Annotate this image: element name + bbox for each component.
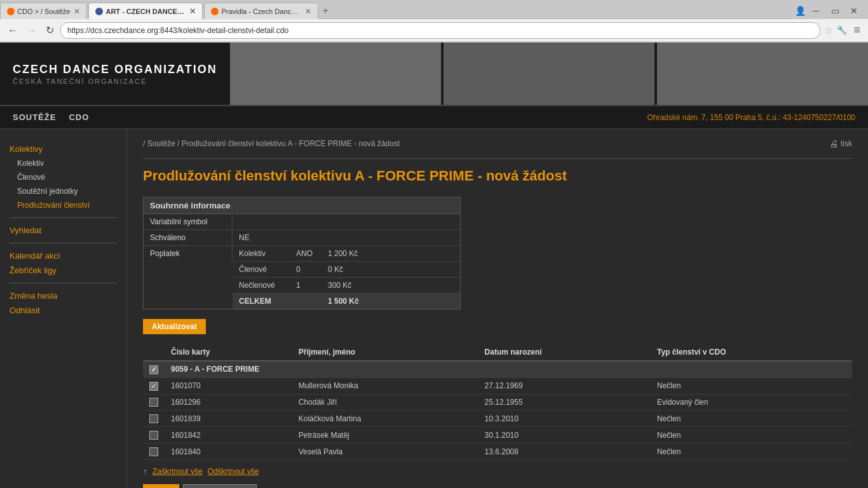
sidebar-item-clenove[interactable]: Členové — [10, 170, 117, 184]
table-row: 1601840 Veselá Pavla 13.6.2008 Nečlen — [143, 444, 852, 460]
member-2-card: 1601296 — [165, 394, 292, 410]
approved-value: NE — [233, 230, 256, 245]
forward-nav-button[interactable]: → — [24, 24, 39, 37]
header-image-1 — [230, 43, 441, 105]
minimize-button[interactable]: ─ — [807, 2, 825, 20]
variable-symbol-label: Variabilní symbol — [144, 214, 233, 229]
tab-close-1[interactable]: ✕ — [74, 7, 80, 16]
member-4-card: 1601842 — [165, 427, 292, 444]
sidebar-item-kolektivy[interactable]: Kolektivy — [10, 142, 117, 156]
select-all-arrow-icon: ↑ — [143, 466, 147, 477]
back-nav-button[interactable]: ← — [5, 24, 20, 37]
member-4-type: Nečlen — [651, 427, 852, 444]
member-1-card: 1601070 — [165, 377, 292, 394]
group-row: 9059 - A - FORCE PRIME — [143, 361, 852, 377]
col-name: Příjmení, jméno — [292, 344, 478, 361]
member-2-name: Chodák Jiří — [292, 394, 478, 410]
table-row: 1601842 Petrásek Matěj 30.1.2010 Nečlen — [143, 427, 852, 444]
maximize-button[interactable]: ▭ — [826, 2, 844, 20]
back-to-list-button[interactable]: Zpět na seznam — [183, 484, 257, 488]
sidebar-item-zebricek-ligy[interactable]: Žebříček ligy — [10, 263, 117, 278]
fee-kolektiv-cat: Kolektiv — [239, 249, 296, 258]
fee-neclenove-count: 1 — [296, 281, 328, 290]
save-button[interactable]: Uložit — [143, 484, 179, 488]
fee-celkem-amount: 1 500 Kč — [328, 297, 359, 306]
sidebar-item-zmena-hesla[interactable]: Změna hesla — [10, 288, 117, 303]
sidebar-item-kalendar-akci[interactable]: Kalendář akcí — [10, 248, 117, 263]
member-2-checkbox[interactable] — [149, 398, 158, 407]
close-button[interactable]: ✕ — [845, 2, 863, 20]
group-checkbox[interactable] — [149, 365, 158, 374]
summary-header: Souhrnné informace — [144, 198, 460, 214]
member-3-checkbox[interactable] — [149, 414, 158, 423]
sidebar-item-vyhledat[interactable]: Vyhledat — [10, 223, 117, 238]
fee-kolektiv-status: ANO — [296, 249, 328, 258]
member-1-type: Nečlen — [651, 377, 852, 394]
group-card: 9059 - A - FORCE PRIME — [165, 361, 852, 377]
member-3-name: Koláčková Martina — [292, 410, 478, 427]
breadcrumb: / Soutěže / Prodlužování členství kolekt… — [143, 139, 400, 148]
bookmark-star-icon[interactable]: ☆ — [824, 24, 833, 36]
fee-celkem-count — [296, 297, 328, 306]
tab-close-3[interactable]: ✕ — [305, 7, 311, 16]
address-input[interactable] — [60, 22, 820, 39]
member-1-checkbox[interactable] — [149, 382, 158, 391]
site-logo-title: CZECH DANCE ORGANIZATION — [13, 63, 217, 76]
reload-button[interactable]: ↻ — [43, 23, 57, 37]
variable-symbol-value — [233, 214, 245, 229]
sidebar-item-soutezni-jednotky[interactable]: Soutěžní jednotky — [10, 184, 117, 198]
print-icon: 🖨 — [829, 139, 838, 149]
member-4-born: 30.1.2010 — [478, 427, 651, 444]
col-checkbox — [143, 344, 165, 361]
table-row: 1601070 Mullerová Monika 27.12.1969 Nečl… — [143, 377, 852, 394]
nav-cdo[interactable]: CDO — [69, 112, 89, 122]
sidebar-item-kolektiv[interactable]: Kolektiv — [10, 156, 117, 170]
tab-art[interactable]: ART - CZECH DANCE MAS... ✕ — [88, 3, 203, 19]
col-membership: Typ členství v CDO — [651, 344, 852, 361]
sidebar-item-prodluzovani-clenstvi[interactable]: Prodlužování členství — [10, 198, 117, 212]
member-5-checkbox[interactable] — [149, 447, 158, 456]
member-2-type: Evidovaný člen — [651, 394, 852, 410]
nav-souteze[interactable]: SOUTĚŽE — [13, 112, 56, 122]
page-title: Prodlužování členství kolektivu A - FORC… — [143, 168, 852, 184]
member-1-name: Mullerová Monika — [292, 377, 478, 394]
tab-cdo[interactable]: CDO > / Soutěže ✕ — [0, 3, 87, 19]
sidebar-item-odhlasit[interactable]: Odhlásit — [10, 303, 117, 318]
member-3-born: 10.3.2010 — [478, 410, 651, 427]
member-3-card: 1601839 — [165, 410, 292, 427]
nav-address: Ohradské nám. 7, 155 00 Praha 5, č.ú.: 4… — [647, 113, 855, 122]
table-row: 1601839 Koláčková Martina 10.3.2010 Nečl… — [143, 410, 852, 427]
member-3-type: Nečlen — [651, 410, 852, 427]
member-4-checkbox[interactable] — [149, 431, 158, 440]
extensions-icon: 🔧 — [837, 25, 847, 35]
fee-neclenove-cat: Nečlenové — [239, 281, 296, 290]
col-card: Číslo karty — [165, 344, 292, 361]
member-5-born: 13.6.2008 — [478, 444, 651, 460]
deselect-all-link[interactable]: Odškrtnout vše — [208, 467, 259, 476]
member-5-card: 1601840 — [165, 444, 292, 460]
member-5-name: Veselá Pavla — [292, 444, 478, 460]
header-image-2 — [444, 43, 654, 105]
new-tab-button[interactable]: + — [322, 5, 328, 17]
fee-clenove-count: 0 — [296, 265, 328, 274]
profile-icon: 👤 — [795, 6, 806, 16]
fee-label: Poplatek — [144, 246, 233, 261]
menu-icon[interactable]: ≡ — [851, 24, 863, 37]
member-5-type: Nečlen — [651, 444, 852, 460]
member-1-born: 27.12.1969 — [478, 377, 651, 394]
fee-neclenove-amount: 300 Kč — [328, 281, 351, 290]
fee-clenove-amount: 0 Kč — [328, 265, 343, 274]
col-born: Datum narození — [478, 344, 651, 361]
fee-kolektiv-amount: 1 200 Kč — [328, 249, 358, 258]
tab-close-2[interactable]: ✕ — [189, 7, 196, 16]
site-logo-subtitle: ČESKÁ TANEČNÍ ORGANIZACE — [13, 78, 217, 85]
header-image-3 — [657, 43, 868, 105]
select-all-link[interactable]: Zaškrtnout vše — [153, 467, 203, 476]
table-row: 1601296 Chodák Jiří 25.12.1955 Evidovaný… — [143, 394, 852, 410]
update-button[interactable]: Aktualizovat — [143, 319, 206, 334]
fee-celkem-cat: CELKEM — [239, 297, 296, 306]
fee-clenove-cat: Členové — [239, 265, 296, 274]
tab-pravidla[interactable]: Pravidla - Czech Dance Or... ✕ — [204, 3, 318, 19]
print-link[interactable]: 🖨 tisk — [829, 139, 852, 149]
member-2-born: 25.12.1955 — [478, 394, 651, 410]
